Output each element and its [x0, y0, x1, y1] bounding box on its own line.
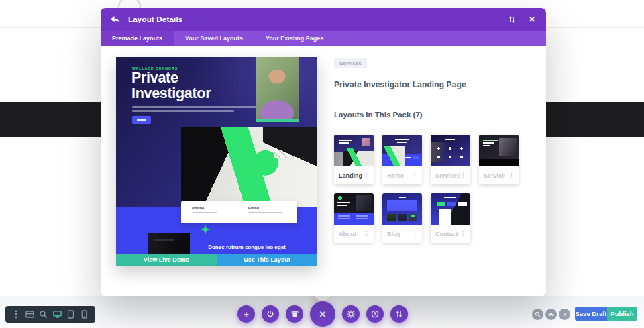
modal-header-actions: ✕	[507, 15, 537, 24]
layout-card-label: Services	[435, 172, 460, 179]
layout-thumbnail[interactable]	[431, 135, 470, 166]
help-icon[interactable]: ?	[559, 309, 570, 320]
preview-actions: View Live Demo Use This Layout	[116, 254, 317, 266]
layout-card-landing[interactable]: Landing⋮	[334, 135, 374, 184]
layout-thumbnail[interactable]	[334, 193, 374, 225]
modal-header: Layout Details ✕	[101, 8, 546, 31]
utility-buttons: ?	[532, 309, 570, 320]
phone-icon[interactable]	[80, 310, 89, 319]
preview-email-label: Email	[248, 206, 283, 210]
card-menu-icon[interactable]: ⋮	[460, 172, 466, 178]
card-menu-icon[interactable]: ⋮	[508, 172, 515, 178]
use-this-layout-button[interactable]: Use This Layout	[217, 254, 317, 266]
zoom-icon[interactable]	[532, 309, 543, 320]
sparkle-icon	[200, 224, 211, 235]
close-icon[interactable]: ✕	[527, 15, 537, 24]
preview-hero-button	[132, 116, 151, 124]
layout-details-modal: Layout Details ✕ Premade Layouts Your Sa…	[101, 8, 546, 296]
preview-portrait-photo	[256, 57, 299, 122]
plus-icon[interactable]: +	[237, 305, 255, 323]
layout-details-panel: Services Private Investigator Landing Pa…	[334, 56, 535, 243]
builder-controls: + ✕	[237, 301, 408, 327]
preview-contact-card: Phone Email	[181, 201, 297, 223]
layout-card-label: Blog	[387, 231, 400, 237]
gear-icon[interactable]	[342, 305, 360, 323]
history-icon[interactable]	[366, 305, 384, 323]
gear-icon[interactable]	[545, 309, 557, 320]
layout-thumbnail[interactable]	[382, 135, 422, 166]
card-menu-icon[interactable]: ⋮	[364, 172, 370, 178]
preview-collage-image	[181, 127, 317, 208]
trash-icon[interactable]	[286, 305, 303, 323]
layout-card-label: About	[339, 231, 356, 237]
power-icon[interactable]	[262, 305, 279, 323]
zoom-icon[interactable]	[39, 310, 48, 319]
layout-card-label: Landing	[339, 172, 362, 179]
sort-icon[interactable]	[507, 15, 517, 24]
view-live-demo-button[interactable]: View Live Demo	[116, 254, 217, 266]
publish-button[interactable]: Publish	[607, 307, 637, 321]
layout-card-contact[interactable]: Contact⋮	[431, 193, 470, 243]
pack-heading: Layouts In This Pack (7)	[334, 111, 535, 119]
tab-premade-layouts[interactable]: Premade Layouts	[101, 31, 174, 46]
preview-text-bar	[132, 106, 264, 108]
layout-card-service[interactable]: Service⋮	[479, 135, 519, 184]
preview-text-bar	[132, 110, 234, 112]
modal-title: Layout Details	[128, 15, 182, 23]
card-menu-icon[interactable]: ⋮	[412, 172, 418, 178]
preview-heading: Private Investigator	[131, 70, 239, 101]
preview-email-value-bar	[248, 212, 283, 213]
tab-your-existing-pages[interactable]: Your Existing Pages	[254, 31, 335, 46]
close-builder-icon[interactable]: ✕	[310, 301, 335, 327]
layout-thumbnail[interactable]	[382, 193, 422, 225]
layout-card-about[interactable]: About⋮	[334, 193, 374, 243]
layout-thumbnail[interactable]	[479, 135, 519, 166]
tablet-icon[interactable]	[66, 310, 75, 319]
publish-actions: Save Draft Publish	[575, 307, 637, 321]
layout-card-label: Service	[484, 172, 505, 179]
layout-card-label: Home	[387, 172, 404, 179]
pack-layouts-grid: Landing⋮ Home⋮ Services⋮ Service⋮ About⋮	[334, 135, 530, 243]
category-badge[interactable]: Services	[334, 58, 367, 68]
back-icon[interactable]	[110, 13, 122, 25]
view-mode-toolbar	[5, 306, 95, 323]
modal-body: WALLACE CONNORS Private Investigator Pho…	[101, 46, 546, 296]
layout-title: Private Investigator Landing Page	[334, 80, 535, 89]
preview-tagline: Donec rutrum congue leo eget	[180, 244, 314, 250]
preview-dark-image	[148, 233, 190, 254]
desktop-icon[interactable]	[53, 310, 62, 319]
card-menu-icon[interactable]: ⋮	[412, 231, 418, 237]
sliders-icon[interactable]	[390, 305, 408, 323]
save-draft-button[interactable]: Save Draft	[575, 307, 607, 321]
layout-card-services[interactable]: Services⋮	[431, 135, 470, 184]
preview-phone-label: Phone	[192, 206, 217, 210]
card-menu-icon[interactable]: ⋮	[460, 231, 466, 237]
layout-card-blog[interactable]: Blog⋮	[382, 193, 422, 243]
tab-your-saved-layouts[interactable]: Your Saved Layouts	[174, 31, 254, 46]
more-vertical-icon[interactable]	[12, 310, 21, 319]
preview-phone-value-bar	[192, 212, 217, 213]
layout-thumbnail[interactable]	[431, 193, 470, 225]
card-menu-icon[interactable]: ⋮	[364, 231, 370, 237]
preview-photo-underline	[256, 119, 299, 122]
layout-thumbnail[interactable]	[334, 135, 374, 166]
layout-description: .	[334, 93, 535, 99]
layout-card-home[interactable]: Home⋮	[382, 135, 422, 184]
layout-card-label: Contact	[435, 231, 458, 237]
wireframe-icon[interactable]	[25, 310, 34, 319]
layout-preview[interactable]: WALLACE CONNORS Private Investigator Pho…	[116, 57, 317, 266]
modal-tab-bar: Premade Layouts Your Saved Layouts Your …	[101, 31, 546, 46]
